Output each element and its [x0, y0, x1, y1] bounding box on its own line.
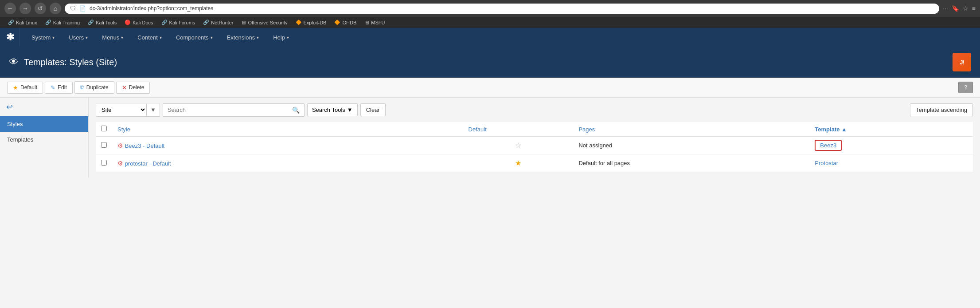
- bookmark-kali-forums[interactable]: 🔗 Kali Forums: [158, 19, 199, 26]
- back-button[interactable]: ←: [4, 3, 16, 14]
- sort-button[interactable]: Template ascending: [910, 103, 973, 116]
- row-1-default[interactable]: ☆: [463, 137, 574, 154]
- sidebar-item-styles[interactable]: Styles: [0, 116, 88, 132]
- duplicate-button[interactable]: ⧉ Duplicate: [74, 81, 114, 94]
- cms-icon-2: ⚙: [117, 160, 123, 167]
- bookmark-nethunter[interactable]: 🔗 NetHunter: [199, 19, 237, 26]
- row-1-checkbox[interactable]: [101, 142, 107, 148]
- clear-button[interactable]: Clear: [360, 103, 386, 116]
- bookmark-icon[interactable]: 🔖: [952, 5, 959, 12]
- home-button[interactable]: ⌂: [50, 3, 61, 14]
- bookmark-icon-exploit-db: 🔶: [296, 20, 302, 25]
- more-icon[interactable]: ···: [943, 5, 948, 12]
- bookmark-icon-kali-training: 🔗: [45, 20, 51, 25]
- search-wrap: 🔍: [163, 103, 305, 117]
- bookmarks-bar: 🔗 Kali Linux 🔗 Kali Training 🔗 Kali Tool…: [0, 17, 980, 28]
- default-star-icon-2[interactable]: ★: [515, 159, 521, 167]
- nav-item-users[interactable]: Users ▾: [62, 29, 94, 46]
- bookmark-icon-kali-tools: 🔗: [88, 20, 94, 25]
- bookmark-icon-offensive-security: 🖥: [241, 20, 246, 25]
- delete-button[interactable]: ✕ Delete: [116, 82, 150, 94]
- row-1-template[interactable]: Beez3: [809, 137, 973, 154]
- filter-bar: Site Administrator ▼ 🔍 Search Tools ▼ Cl…: [96, 103, 973, 117]
- url-text: dc-3/administrator/index.php?option=com_…: [90, 5, 934, 12]
- nav-caret-users: ▾: [86, 35, 88, 40]
- bookmark-kali-training[interactable]: 🔗 Kali Training: [42, 19, 84, 26]
- row-checkbox-2[interactable]: [96, 154, 112, 172]
- star-icon: ★: [13, 84, 18, 91]
- forward-button[interactable]: →: [20, 3, 31, 14]
- nav-item-extensions[interactable]: Extensions ▾: [221, 29, 265, 46]
- menu-icon[interactable]: ≡: [972, 5, 976, 12]
- sidebar-back-button[interactable]: ↩: [0, 98, 88, 116]
- col-header-pages: Pages: [573, 122, 809, 137]
- bookmark-msfu[interactable]: 🖥 MSFU: [361, 19, 388, 26]
- duplicate-icon: ⧉: [80, 84, 84, 91]
- cms-icon-1: ⚙: [117, 142, 123, 149]
- nav-caret-components: ▾: [211, 35, 213, 40]
- table-row: ⚙ Beez3 - Default ☆ Not assigned Beez3: [96, 137, 973, 154]
- search-button[interactable]: 🔍: [288, 104, 304, 116]
- search-tools-caret-icon: ▼: [347, 107, 353, 113]
- bookmark-ghdb[interactable]: 🔶 GHDB: [331, 19, 360, 26]
- col-header-default[interactable]: Default: [463, 122, 574, 137]
- select-all-checkbox[interactable]: [101, 126, 107, 131]
- page-header: 👁 Templates: Styles (Site) J!: [0, 47, 980, 78]
- bookmark-kali-linux[interactable]: 🔗 Kali Linux: [4, 19, 41, 26]
- search-input[interactable]: [163, 104, 288, 116]
- joomla-logo-img: J!: [953, 53, 971, 71]
- bookmark-icon-kali-forums: 🔗: [161, 20, 168, 25]
- bookmark-icon-kali-linux: 🔗: [8, 20, 14, 25]
- search-tools-button[interactable]: Search Tools ▼: [307, 103, 358, 116]
- nav-item-content[interactable]: Content ▾: [131, 29, 168, 46]
- row-2-default[interactable]: ★: [463, 154, 574, 172]
- row-1-style-link[interactable]: Beez3 - Default: [125, 142, 165, 149]
- row-2-checkbox[interactable]: [101, 160, 107, 166]
- help-button[interactable]: ?: [958, 82, 973, 93]
- sidebar-item-templates[interactable]: Templates: [0, 132, 88, 147]
- joomla-brand-logo: J!: [953, 53, 971, 71]
- row-1-template-highlighted[interactable]: Beez3: [815, 140, 842, 151]
- delete-icon: ✕: [122, 84, 127, 91]
- star-icon[interactable]: ☆: [963, 5, 968, 12]
- bookmark-icon-nethunter: 🔗: [203, 20, 209, 25]
- bookmark-icon-msfu: 🖥: [364, 20, 369, 25]
- address-bar[interactable]: 🛡 📄 dc-3/administrator/index.php?option=…: [65, 4, 939, 14]
- nav-item-system[interactable]: System ▾: [25, 29, 61, 46]
- bookmark-kali-tools[interactable]: 🔗 Kali Tools: [84, 19, 120, 26]
- row-2-style-link[interactable]: protostar - Default: [125, 160, 171, 167]
- shield-icon: 🛡: [70, 5, 76, 12]
- main-content: ↩ Styles Templates Site Administrator ▼ …: [0, 98, 980, 178]
- row-checkbox-1[interactable]: [96, 137, 112, 154]
- edit-button[interactable]: ✎ Edit: [45, 82, 73, 94]
- row-1-pages: Not assigned: [573, 137, 809, 154]
- row-2-template[interactable]: Protostar: [809, 154, 973, 172]
- site-filter-select[interactable]: Site Administrator: [96, 103, 146, 116]
- col-header-checkbox: [96, 122, 112, 137]
- default-star-icon-1[interactable]: ☆: [515, 142, 521, 149]
- toolbar: ★ Default ✎ Edit ⧉ Duplicate ✕ Delete ?: [0, 78, 980, 98]
- row-2-style: ⚙ protostar - Default: [112, 154, 463, 172]
- nav-caret-system: ▾: [52, 35, 55, 40]
- browser-actions: ··· 🔖 ☆ ≡: [943, 5, 976, 12]
- bookmark-icon-ghdb: 🔶: [334, 20, 340, 25]
- col-header-template[interactable]: Template ▲: [809, 122, 973, 137]
- nav-caret-extensions: ▾: [257, 35, 259, 40]
- bookmark-kali-docs[interactable]: 🔴 Kali Docs: [121, 19, 156, 26]
- reload-button[interactable]: ↺: [35, 3, 46, 14]
- row-2-pages: Default for all pages: [573, 154, 809, 172]
- joomla-logo[interactable]: ✱: [4, 28, 20, 47]
- bookmark-offensive-security[interactable]: 🖥 Offensive Security: [238, 19, 291, 26]
- nav-item-components[interactable]: Components ▾: [170, 29, 219, 46]
- page-header-icon: 👁: [9, 56, 19, 68]
- col-header-style[interactable]: Style: [112, 122, 463, 137]
- bookmark-exploit-db[interactable]: 🔶 Exploit-DB: [292, 19, 330, 26]
- row-2-template-link[interactable]: Protostar: [815, 160, 838, 166]
- site-filter-arrow[interactable]: ▼: [146, 104, 160, 116]
- default-button[interactable]: ★ Default: [7, 82, 43, 94]
- nav-item-menus[interactable]: Menus ▾: [96, 29, 129, 46]
- table-row: ⚙ protostar - Default ★ Default for all …: [96, 154, 973, 172]
- page-icon: 📄: [79, 5, 86, 12]
- joomla-nav: ✱ System ▾ Users ▾ Menus ▾ Content ▾ Com…: [0, 28, 980, 47]
- nav-item-help[interactable]: Help ▾: [267, 29, 295, 46]
